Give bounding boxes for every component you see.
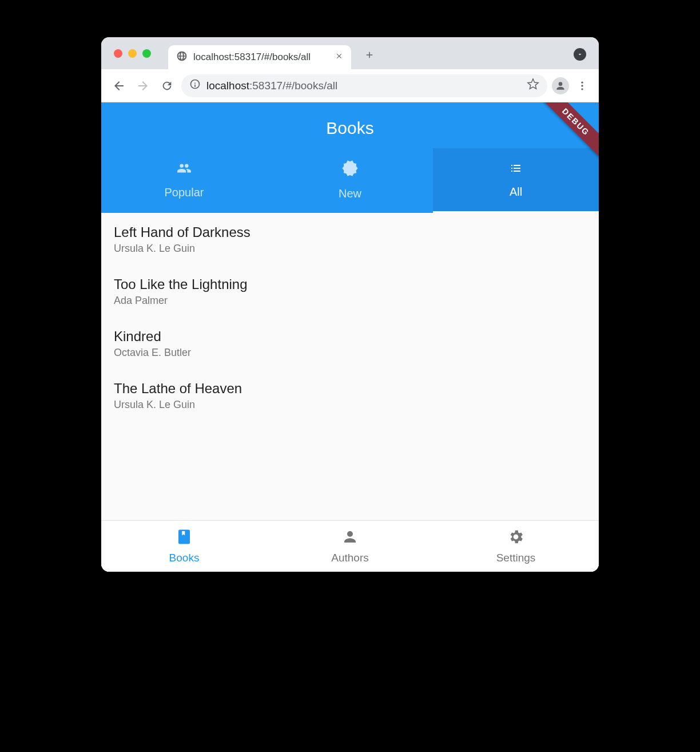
maximize-window-button[interactable] [142,49,151,58]
book-author: Octavia E. Butler [114,347,586,359]
book-title: Too Like the Lightning [114,276,586,292]
url-path: :58317/#/books/all [249,80,337,92]
app-bar: Books Popular New [101,102,599,213]
new-tab-button[interactable] [361,47,377,63]
book-author: Ursula K. Le Guin [114,243,586,255]
bottom-nav: Books Authors Settings [101,520,599,572]
tab-new[interactable]: New [267,148,433,213]
nav-label: Books [169,552,200,564]
nav-settings[interactable]: Settings [433,521,599,572]
window-controls [108,49,168,58]
close-window-button[interactable] [114,49,122,58]
address-bar[interactable]: localhost:58317/#/books/all [181,74,547,97]
nav-label: Settings [496,552,536,564]
svg-point-1 [581,85,583,86]
filter-tabs: Popular New All [101,148,599,213]
browser-menu-button[interactable] [574,77,591,94]
app-viewport: DEBUG Books Popular New [101,102,599,572]
tab-label: New [339,187,361,200]
tab-strip: localhost:58317/#/books/all [101,37,599,69]
tab-overflow-button[interactable] [574,48,586,61]
book-author: Ursula K. Le Guin [114,399,586,411]
book-title: Kindred [114,328,586,345]
list-item[interactable]: Too Like the Lightning Ada Palmer [101,265,599,317]
tab-label: Popular [165,186,204,199]
book-icon [176,528,193,548]
browser-tab[interactable]: localhost:58317/#/books/all [168,45,351,69]
nav-authors[interactable]: Authors [267,521,433,572]
globe-icon [176,50,188,64]
person-icon [341,528,359,548]
url-text: localhost:58317/#/books/all [206,80,337,92]
tab-popular[interactable]: Popular [101,148,267,213]
minimize-window-button[interactable] [128,49,137,58]
book-list[interactable]: Left Hand of Darkness Ursula K. Le Guin … [101,213,599,520]
list-item[interactable]: Kindred Octavia E. Butler [101,317,599,369]
bookmark-star-icon[interactable] [527,78,539,93]
tab-title: localhost:58317/#/books/all [193,52,329,63]
people-icon [175,161,193,178]
forward-button[interactable] [133,76,153,96]
reload-button[interactable] [157,76,177,96]
page-title: Books [101,102,599,148]
back-button[interactable] [109,76,129,96]
browser-window: localhost:58317/#/books/all [101,37,599,572]
book-title: The Lathe of Heaven [114,381,586,397]
new-releases-icon [341,160,359,179]
info-icon [189,78,201,93]
profile-avatar-button[interactable] [552,77,569,94]
close-tab-button[interactable] [335,52,343,62]
list-item[interactable]: The Lathe of Heaven Ursula K. Le Guin [101,369,599,421]
tab-all[interactable]: All [433,148,599,213]
nav-books[interactable]: Books [101,521,267,572]
list-item[interactable]: Left Hand of Darkness Ursula K. Le Guin [101,213,599,265]
book-title: Left Hand of Darkness [114,224,586,240]
gear-icon [507,528,524,548]
svg-point-0 [581,81,583,83]
svg-point-2 [581,88,583,90]
nav-label: Authors [331,552,368,564]
tab-label: All [510,185,522,199]
list-icon [507,161,524,177]
browser-toolbar: localhost:58317/#/books/all [101,69,599,102]
url-host: localhost [206,80,249,92]
book-author: Ada Palmer [114,295,586,307]
